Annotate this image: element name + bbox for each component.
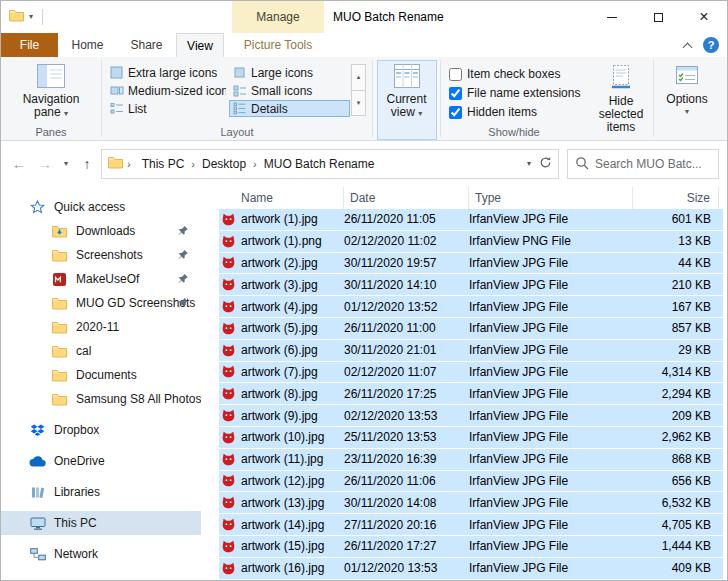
- gallery-down-icon[interactable]: ▾: [352, 91, 365, 116]
- layout-group: Extra large iconsMedium-sized iconsListL…: [102, 57, 372, 140]
- layout-option-medium-sized-icons[interactable]: Medium-sized icons: [106, 82, 227, 99]
- file-row-artwork-1-jpg[interactable]: artwork (1).jpg26/11/2020 11:05IrfanView…: [219, 209, 723, 230]
- file-row-artwork-11-jpg[interactable]: artwork (11).jpg23/11/2020 16:39IrfanVie…: [219, 449, 723, 470]
- address-bar: ← → ▾ ↑ › This PC›Desktop›MUO Batch Rena…: [1, 141, 727, 187]
- sidebar-item-muo-gd-screenshots[interactable]: MUO GD Screenshots: [1, 291, 201, 315]
- file-name-cell: artwork (16).jpg: [219, 561, 344, 575]
- up-button[interactable]: ↑: [75, 151, 99, 177]
- file-row-artwork-16-jpg[interactable]: artwork (16).jpg01/12/2020 13:53IrfanVie…: [219, 558, 723, 579]
- folder-icon: [51, 369, 68, 382]
- minimize-button[interactable]: [589, 1, 635, 33]
- download-icon: [51, 225, 68, 238]
- file-row-artwork-15-jpg[interactable]: artwork (15).jpg26/11/2020 17:27IrfanVie…: [219, 536, 723, 557]
- checkbox-input-item-check-boxes[interactable]: [449, 68, 462, 81]
- collapse-ribbon-icon[interactable]: [683, 42, 693, 52]
- layout-option-large-icons[interactable]: Large icons: [229, 64, 350, 81]
- gallery-up-icon[interactable]: ▴: [352, 65, 365, 91]
- file-row-artwork-13-jpg[interactable]: artwork (13).jpg30/11/2020 14:08IrfanVie…: [219, 492, 723, 513]
- address-dropdown-icon[interactable]: ▾: [527, 160, 531, 168]
- column-header-size[interactable]: Size: [633, 187, 719, 209]
- window-title: MUO Batch Rename: [333, 1, 444, 33]
- layout-option-list[interactable]: List: [106, 100, 227, 117]
- file-name-cell: artwork (9).jpg: [219, 409, 344, 423]
- column-header-date[interactable]: Date: [344, 187, 469, 209]
- location-folder-icon: [108, 156, 123, 172]
- file-type: IrfanView JPG File: [469, 474, 633, 488]
- file-row-artwork-7-jpg[interactable]: artwork (7).jpg02/12/2020 11:07IrfanView…: [219, 362, 723, 383]
- file-row-artwork-5-jpg[interactable]: artwork (5).jpg26/11/2020 11:00IrfanView…: [219, 318, 723, 339]
- back-button[interactable]: ←: [7, 151, 31, 177]
- file-size: 210 KB: [633, 278, 719, 292]
- sidebar-item-makeuseof[interactable]: MakeUseOf: [1, 267, 201, 291]
- column-header-name[interactable]: Name: [219, 187, 344, 209]
- layout-option-small-icons[interactable]: Small icons: [229, 82, 350, 99]
- options-button[interactable]: Options ▾: [661, 60, 712, 140]
- sidebar-item-downloads[interactable]: Downloads: [1, 219, 201, 243]
- forward-button[interactable]: →: [33, 151, 57, 177]
- file-name: artwork (1).jpg: [241, 212, 318, 226]
- sidebar-item-dropbox[interactable]: Dropbox: [1, 418, 201, 442]
- sidebar-item-network[interactable]: Network: [1, 542, 201, 566]
- sidebar-item-screenshots[interactable]: Screenshots: [1, 243, 201, 267]
- file-row-artwork-6-jpg[interactable]: artwork (6).jpg30/11/2020 21:01IrfanView…: [219, 340, 723, 361]
- file-name-cell: artwork (14).jpg: [219, 518, 344, 532]
- tab-home[interactable]: Home: [58, 33, 117, 57]
- sidebar-item-documents[interactable]: Documents: [1, 363, 201, 387]
- breadcrumb-item-muo-batch-rename[interactable]: MUO Batch Rename: [257, 157, 382, 171]
- sidebar-item-cal[interactable]: cal: [1, 339, 201, 363]
- file-row-artwork-12-jpg[interactable]: artwork (12).jpg26/11/2020 11:06IrfanVie…: [219, 471, 723, 492]
- file-size: 167 KB: [633, 300, 719, 314]
- sidebar-item-onedrive[interactable]: OneDrive: [1, 449, 201, 473]
- qat-dropdown-icon[interactable]: ▾: [29, 13, 33, 21]
- checkbox-hidden-items[interactable]: Hidden items: [449, 105, 583, 119]
- column-header-type[interactable]: Type: [469, 187, 633, 209]
- file-name: artwork (12).jpg: [241, 474, 324, 488]
- chevron-down-icon: ▾: [64, 160, 68, 168]
- file-name: artwork (5).jpg: [241, 321, 318, 335]
- help-icon[interactable]: ?: [703, 37, 719, 53]
- file-date: 02/12/2020 11:07: [344, 365, 469, 379]
- breadcrumb-item-this-pc[interactable]: This PC: [135, 157, 192, 171]
- recent-locations-button[interactable]: ▾: [59, 151, 73, 177]
- checkbox-input-hidden-items[interactable]: [449, 106, 462, 119]
- sidebar-item-label: Network: [54, 547, 98, 561]
- file-row-artwork-3-jpg[interactable]: artwork (3).jpg30/11/2020 14:10IrfanView…: [219, 274, 723, 295]
- checkbox-input-file-name-extensions[interactable]: [449, 87, 462, 100]
- maximize-button[interactable]: [635, 1, 681, 33]
- sidebar-item-2020-11[interactable]: 2020-11: [1, 315, 201, 339]
- sidebar-item-samsung-s8-all-photos[interactable]: Samsung S8 All Photos: [1, 387, 201, 411]
- sidebar-item-this-pc[interactable]: This PC: [1, 511, 201, 535]
- close-button[interactable]: ×: [681, 1, 727, 33]
- file-row-artwork-8-jpg[interactable]: artwork (8).jpg26/11/2020 17:25IrfanView…: [219, 383, 723, 404]
- current-view-group: Current view ▾: [373, 57, 440, 140]
- file-row-artwork-1-png[interactable]: artwork (1).png02/12/2020 11:02IrfanView…: [219, 231, 723, 252]
- search-box: [567, 149, 719, 179]
- sidebar-item-libraries[interactable]: Libraries: [1, 480, 201, 504]
- checkbox-file-name-extensions[interactable]: File name extensions: [449, 86, 583, 100]
- checkbox-label: Hidden items: [467, 105, 537, 119]
- tab-view[interactable]: View: [176, 33, 224, 57]
- address-box[interactable]: › This PC›Desktop›MUO Batch Rename ▾: [101, 149, 559, 179]
- checkbox-item-check-boxes[interactable]: Item check boxes: [449, 67, 583, 81]
- layout-option-extra-large-icons[interactable]: Extra large icons: [106, 64, 227, 81]
- sidebar-item-quick-access[interactable]: Quick access: [1, 195, 201, 219]
- file-row-artwork-14-jpg[interactable]: artwork (14).jpg27/11/2020 20:16IrfanVie…: [219, 514, 723, 535]
- breadcrumb-item-desktop[interactable]: Desktop: [195, 157, 253, 171]
- file-row-artwork-4-jpg[interactable]: artwork (4).jpg01/12/2020 13:52IrfanView…: [219, 296, 723, 317]
- layout-option-label: Small icons: [251, 84, 312, 98]
- hide-selected-icon: [609, 64, 633, 93]
- tab-picture-tools[interactable]: Picture Tools: [232, 33, 324, 57]
- refresh-icon[interactable]: [539, 156, 552, 172]
- tab-file[interactable]: File: [1, 33, 58, 57]
- file-row-artwork-2-jpg[interactable]: artwork (2).jpg30/11/2020 19:57IrfanView…: [219, 253, 723, 274]
- current-view-button[interactable]: Current view ▾: [377, 60, 437, 140]
- tab-share[interactable]: Share: [117, 33, 176, 57]
- layout-option-label: Large icons: [251, 66, 313, 80]
- file-row-artwork-10-jpg[interactable]: artwork (10).jpg25/11/2020 13:53IrfanVie…: [219, 427, 723, 448]
- large-icons-icon: [233, 66, 247, 79]
- file-row-artwork-9-jpg[interactable]: artwork (9).jpg02/12/2020 13:53IrfanView…: [219, 405, 723, 426]
- list-view-icon: [110, 102, 124, 115]
- search-input[interactable]: [595, 157, 711, 171]
- layout-option-details[interactable]: Details: [229, 100, 350, 117]
- file-name-cell: artwork (2).jpg: [219, 256, 344, 270]
